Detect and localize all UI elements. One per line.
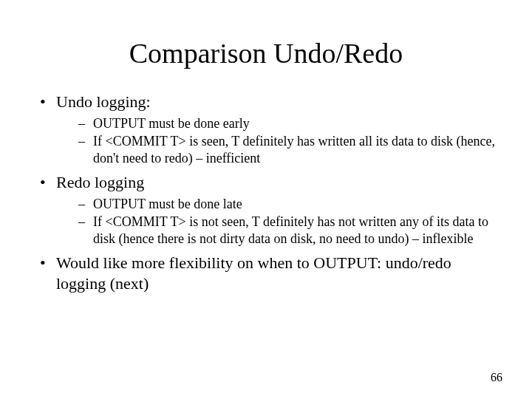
slide-title: Comparison Undo/Redo [37, 37, 495, 69]
sub-bullet-item: OUTPUT must be done early [78, 115, 495, 132]
bullet-list: Undo logging: OUTPUT must be done early … [37, 92, 495, 293]
sub-bullet-item: OUTPUT must be done late [78, 196, 495, 213]
bullet-text: Would like more flexibility on when to O… [56, 253, 451, 293]
bullet-item: Undo logging: OUTPUT must be done early … [37, 92, 495, 166]
bullet-text: Undo logging: [56, 92, 151, 111]
slide: Comparison Undo/Redo Undo logging: OUTPU… [0, 0, 532, 399]
sub-bullet-item: If <COMMIT T> is not seen, T definitely … [78, 214, 495, 247]
sub-bullet-list: OUTPUT must be done early If <COMMIT T> … [56, 115, 495, 167]
sub-bullet-item: If <COMMIT T> is seen, T definitely has … [78, 133, 495, 166]
page-number: 66 [491, 371, 502, 384]
sub-bullet-list: OUTPUT must be done late If <COMMIT T> i… [56, 196, 495, 248]
bullet-text: Redo logging [56, 173, 144, 191]
bullet-item: Redo logging OUTPUT must be done late If… [37, 172, 495, 247]
bullet-item: Would like more flexibility on when to O… [37, 253, 495, 293]
